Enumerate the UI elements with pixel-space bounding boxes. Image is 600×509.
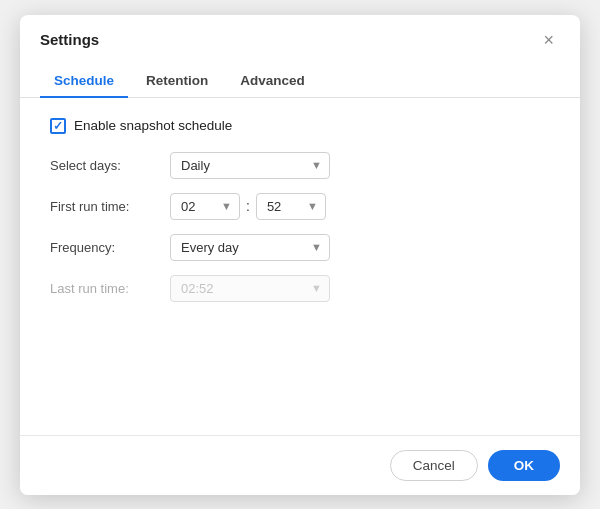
checkbox-box: ✓ [50,118,66,134]
time-colon: : [246,198,250,214]
select-days-label: Select days: [50,158,170,173]
minute-wrapper: 52 ▼ [256,193,326,220]
frequency-label: Frequency: [50,240,170,255]
last-run-label: Last run time: [50,281,170,296]
tab-advanced[interactable]: Advanced [226,65,319,98]
dialog-footer: Cancel OK [20,435,580,495]
tab-retention[interactable]: Retention [132,65,222,98]
dialog-header: Settings × [20,15,580,51]
enable-snapshot-checkbox[interactable]: ✓ Enable snapshot schedule [50,118,232,134]
last-run-dropdown: 02:52 [170,275,330,302]
last-run-wrapper: 02:52 ▼ [170,275,330,302]
select-days-wrapper: Daily Weekly Monthly ▼ [170,152,330,179]
first-run-label: First run time: [50,199,170,214]
select-days-row: Select days: Daily Weekly Monthly ▼ [50,152,550,179]
settings-dialog: Settings × Schedule Retention Advanced ✓… [20,15,580,495]
hour-wrapper: 02 ▼ [170,193,240,220]
hour-dropdown[interactable]: 02 [170,193,240,220]
tab-schedule[interactable]: Schedule [40,65,128,98]
frequency-row: Frequency: Every day Every week Every mo… [50,234,550,261]
last-run-row: Last run time: 02:52 ▼ [50,275,550,302]
first-run-row: First run time: 02 ▼ : 52 ▼ [50,193,550,220]
dialog-title: Settings [40,31,99,48]
enable-snapshot-label: Enable snapshot schedule [74,118,232,133]
tabs-bar: Schedule Retention Advanced [20,55,580,98]
checkbox-check-icon: ✓ [53,120,63,132]
frequency-dropdown[interactable]: Every day Every week Every month [170,234,330,261]
cancel-button[interactable]: Cancel [390,450,478,481]
close-button[interactable]: × [537,29,560,51]
frequency-wrapper: Every day Every week Every month ▼ [170,234,330,261]
enable-snapshot-row: ✓ Enable snapshot schedule [50,118,550,134]
dialog-body: ✓ Enable snapshot schedule Select days: … [20,98,580,435]
minute-dropdown[interactable]: 52 [256,193,326,220]
first-run-time-controls: 02 ▼ : 52 ▼ [170,193,326,220]
select-days-dropdown[interactable]: Daily Weekly Monthly [170,152,330,179]
ok-button[interactable]: OK [488,450,560,481]
